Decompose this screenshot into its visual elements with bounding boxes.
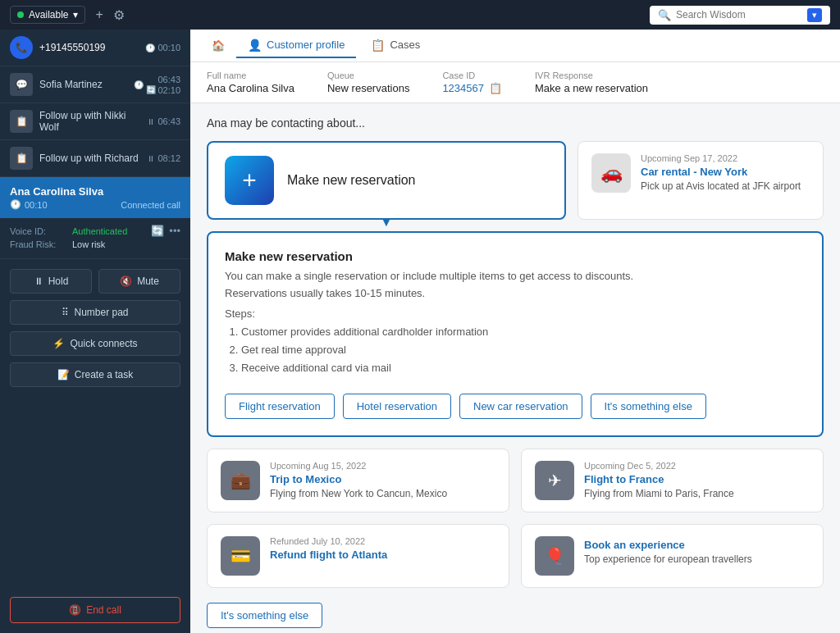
info-full-name: Full name Ana Carolina Silva — [207, 71, 294, 94]
book-experience-card[interactable]: 🎈 Book an experience Top experience for … — [521, 524, 824, 588]
flight-reservation-button[interactable]: Flight reservation — [225, 394, 335, 419]
task-create-icon: 📝 — [57, 369, 70, 380]
tab-customer-profile[interactable]: 👤 Customer profile — [236, 34, 356, 58]
call-number: +19145550199 — [39, 42, 139, 53]
main-layout: 📞 +19145550199 🕐 00:10 💬 Sofia Martinez … — [0, 30, 840, 633]
end-call-button[interactable]: 📵 End call — [10, 597, 180, 623]
contact-richard[interactable]: 📋 Follow up with Richard ⏸ 08:12 — [0, 140, 190, 177]
status-select[interactable]: Available ▾ — [10, 6, 85, 24]
flight-france-card[interactable]: ✈ Upcoming Dec 5, 2022 Flight to France … — [521, 449, 824, 512]
search-input[interactable] — [676, 9, 802, 20]
full-name-value: Ana Carolina Silva — [207, 82, 294, 94]
bottom-something-else-button[interactable]: It's something else — [207, 603, 322, 628]
queue-value: New reservations — [327, 82, 409, 94]
flight-france-title[interactable]: Flight to France — [584, 473, 810, 485]
car-rental-desc: Pick up at Avis located at JFK airport — [641, 180, 810, 192]
trip-mexico-title[interactable]: Trip to Mexico — [270, 473, 495, 485]
something-else-button-panel[interactable]: It's something else — [591, 394, 706, 419]
steps-label: Steps: — [225, 307, 806, 320]
search-bar[interactable]: 🔍 ▾ — [650, 6, 830, 25]
trip-mexico-date: Upcoming Aug 15, 2022 — [270, 461, 495, 471]
gear-icon[interactable]: ⚙ — [113, 7, 125, 23]
car-rental-card[interactable]: 🚗 Upcoming Sep 17, 2022 Car rental - New… — [578, 141, 824, 220]
info-queue: Queue New reservations — [327, 71, 409, 94]
scrollable-content: Ana may be contacting about... + Make ne… — [190, 103, 840, 633]
expanded-title: Make new reservation — [225, 249, 806, 263]
refund-atlanta-date: Refunded July 10, 2022 — [270, 536, 495, 546]
mute-button[interactable]: 🔇 Mute — [98, 269, 180, 294]
flight-france-icon: ✈ — [535, 461, 574, 500]
trip-mexico-card[interactable]: 💼 Upcoming Aug 15, 2022 Trip to Mexico F… — [207, 449, 509, 512]
case-id-value[interactable]: 1234567 — [442, 82, 484, 94]
active-phone-call[interactable]: 📞 +19145550199 🕐 00:10 — [0, 30, 190, 66]
step-1: Customer provides additional cardholder … — [241, 323, 806, 341]
car-rental-content: Upcoming Sep 17, 2022 Car rental - New Y… — [641, 153, 810, 192]
home-icon: 🏠 — [212, 39, 225, 52]
book-experience-content: Book an experience Top experience for eu… — [584, 536, 810, 565]
top-cards-row: + Make new reservation 🚗 Upcoming Sep 17… — [207, 141, 824, 220]
contact-time-sofia: 🕐 06:43 🔄02:10 — [134, 75, 180, 95]
status-chevron: ▾ — [73, 9, 78, 20]
tab-cases[interactable]: 📋 Cases — [359, 34, 431, 58]
voice-id-value: Authenticated — [72, 226, 127, 236]
fraud-risk-value: Low risk — [72, 239, 105, 249]
search-icon: 🔍 — [658, 9, 671, 21]
full-name-label: Full name — [207, 71, 294, 80]
tab-bar: 🏠 👤 Customer profile 📋 Cases — [190, 30, 840, 62]
cards-grid: 💼 Upcoming Aug 15, 2022 Trip to Mexico F… — [207, 449, 824, 588]
refund-atlanta-icon: 💳 — [221, 536, 260, 576]
more-icon[interactable]: ••• — [169, 225, 180, 237]
status-label: Available — [29, 9, 68, 20]
clock-icon: 🕐 — [10, 199, 21, 210]
contact-nikki[interactable]: 📋 Follow up with Nikki Wolf ⏸ 06:43 — [0, 103, 190, 140]
refund-atlanta-title[interactable]: Refund flight to Atlanta — [270, 549, 495, 561]
step-2: Get real time approval — [241, 341, 806, 359]
reservation-icon: + — [225, 156, 274, 205]
add-icon[interactable]: + — [95, 7, 103, 22]
refund-atlanta-content: Refunded July 10, 2022 Refund flight to … — [270, 536, 495, 563]
task-icon-richard: 📋 — [10, 147, 33, 170]
trip-mexico-content: Upcoming Aug 15, 2022 Trip to Mexico Fly… — [270, 461, 495, 499]
keypad-icon: ⠿ — [62, 307, 69, 318]
copy-icon[interactable]: 📋 — [489, 82, 502, 94]
make-reservation-card[interactable]: + Make new reservation — [207, 141, 566, 220]
new-car-reservation-button[interactable]: New car reservation — [459, 394, 582, 419]
book-experience-desc: Top experience for european travellers — [584, 553, 810, 565]
flight-france-content: Upcoming Dec 5, 2022 Flight to France Fl… — [584, 461, 810, 499]
profile-icon: 👤 — [248, 39, 262, 52]
tab-home[interactable]: 🏠 — [203, 34, 233, 57]
hold-button[interactable]: ⏸ Hold — [10, 269, 92, 294]
car-rental-date: Upcoming Sep 17, 2022 — [641, 153, 810, 163]
book-experience-title[interactable]: Book an experience — [584, 539, 810, 551]
refresh-icon[interactable]: 🔄 — [151, 225, 164, 237]
contact-heading: Ana may be contacting about... — [207, 116, 824, 130]
connected-badge: Connected call — [121, 200, 180, 210]
search-dropdown-icon[interactable]: ▾ — [807, 8, 822, 22]
step-3: Receive additional card via mail — [241, 359, 806, 377]
car-rental-title[interactable]: Car rental - New York — [641, 166, 810, 178]
call-info: +19145550199 — [39, 42, 139, 53]
task-icon-nikki: 📋 — [10, 110, 33, 133]
voice-info: Voice ID: Authenticated 🔄 ••• Fraud Risk… — [0, 218, 190, 259]
call-timer: 🕐 00:10 — [145, 43, 180, 52]
create-task-button[interactable]: 📝 Create a task — [10, 362, 180, 387]
sidebar: 📞 +19145550199 🕐 00:10 💬 Sofia Martinez … — [0, 30, 190, 633]
quick-connects-button[interactable]: ⚡ Quick connects — [10, 331, 180, 356]
tab-customer-profile-label: Customer profile — [267, 39, 345, 51]
contact-sofia[interactable]: 💬 Sofia Martinez 🕐 06:43 🔄02:10 — [0, 66, 190, 103]
expanded-actions: Flight reservation Hotel reservation New… — [225, 394, 806, 419]
refund-atlanta-card[interactable]: 💳 Refunded July 10, 2022 Refund flight t… — [207, 524, 509, 588]
hotel-reservation-button[interactable]: Hotel reservation — [343, 394, 451, 419]
trip-mexico-icon: 💼 — [221, 461, 260, 500]
end-call-icon: 📵 — [69, 604, 81, 616]
content-area: 🏠 👤 Customer profile 📋 Cases Full name A… — [190, 30, 840, 633]
ivr-label: IVR Response — [535, 71, 648, 80]
car-icon: 🚗 — [591, 153, 631, 193]
number-pad-button[interactable]: ⠿ Number pad — [10, 300, 180, 325]
expanded-desc1: You can make a single reservation or inc… — [225, 270, 806, 282]
book-experience-icon: 🎈 — [535, 536, 574, 576]
status-indicator — [17, 11, 24, 18]
steps-list: Customer provides additional cardholder … — [225, 323, 806, 377]
active-customer-section: Ana Carolina Silva 🕐 00:10 Connected cal… — [0, 177, 190, 218]
active-call-status: 🕐 00:10 Connected call — [10, 199, 180, 210]
